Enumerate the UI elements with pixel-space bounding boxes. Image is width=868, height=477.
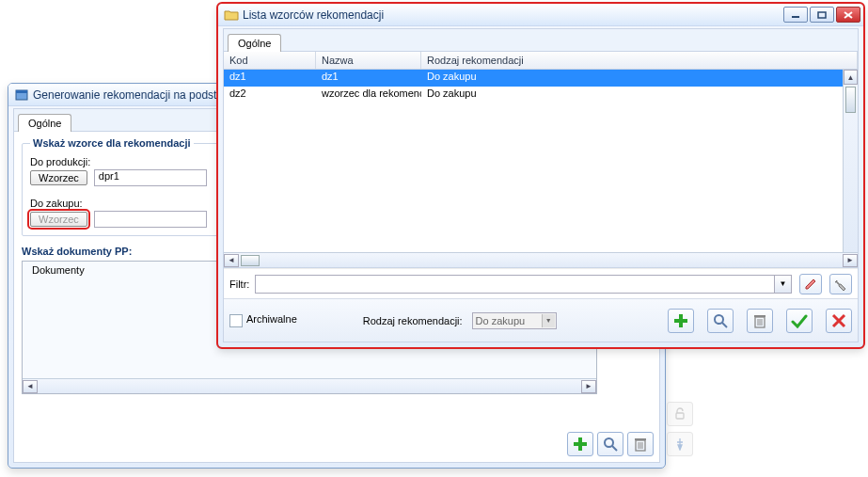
svg-point-4: [605, 438, 613, 447]
recom-label: Rodzaj rekomendacji:: [363, 315, 463, 326]
scroll-up-icon[interactable]: ▲: [844, 70, 858, 85]
filter-label: Filtr:: [229, 278, 249, 290]
recom-type-value: Do zakupu: [476, 315, 526, 326]
pin-button: [667, 432, 693, 456]
svg-rect-17: [674, 319, 687, 323]
filter-bar: Filtr: ▼: [224, 268, 858, 298]
window-pattern-list: Lista wzorców rekomendacji Ogólne Kod Na…: [217, 3, 864, 348]
pattern-grid: Kod Nazwa Rodzaj rekomendacji dz1 dz1 Do…: [224, 52, 858, 268]
wzorzec-zakup-input[interactable]: [94, 211, 207, 228]
scroll-left-icon[interactable]: ◄: [23, 380, 38, 393]
svg-rect-11: [676, 413, 684, 419]
svg-line-19: [722, 323, 727, 327]
bottom-bar: Archiwalne Rodzaj rekomendacji: Do zakup…: [224, 298, 858, 342]
chevron-down-icon[interactable]: ▼: [774, 276, 791, 293]
archive-checkbox[interactable]: Archiwalne: [229, 313, 297, 326]
svg-line-5: [612, 446, 617, 451]
cell-nazwa: dz1: [316, 70, 421, 87]
fieldset-legend: Wskaż wzorce dla rekomendacji: [30, 137, 194, 149]
col-nazwa[interactable]: Nazwa: [316, 52, 421, 69]
search-button[interactable]: [597, 432, 623, 456]
grid-hscroll[interactable]: ◄ ►: [224, 252, 858, 267]
svg-point-18: [715, 315, 723, 324]
svg-rect-10: [635, 438, 646, 440]
cell-nazwa: wzorzec dla rekomendac: [316, 87, 421, 103]
table-row[interactable]: dz1 dz1 Do zakupu: [224, 70, 858, 87]
grid-header: Kod Nazwa Rodzaj rekomendacji: [224, 52, 858, 70]
window-icon: [14, 87, 29, 103]
table-row[interactable]: dz2 wzorzec dla rekomendac Do zakupu: [224, 87, 858, 103]
scroll-thumb[interactable]: [845, 87, 856, 113]
svg-rect-1: [16, 90, 27, 93]
titlebar[interactable]: Lista wzorców rekomendacji: [218, 4, 863, 26]
search-button[interactable]: [707, 309, 734, 333]
scroll-thumb[interactable]: [241, 255, 260, 266]
add-button[interactable]: [668, 309, 694, 333]
col-rodzaj[interactable]: Rodzaj rekomendacji: [421, 52, 858, 69]
delete-button[interactable]: [627, 432, 654, 456]
cell-kod: dz1: [224, 70, 316, 87]
maximize-button[interactable]: [810, 7, 834, 23]
documents-hscroll[interactable]: ◄ ►: [23, 378, 596, 393]
folder-icon: [224, 8, 239, 23]
wzorzec-zakup-button[interactable]: Wzorzec: [30, 212, 87, 227]
wzorzec-produkcja-button[interactable]: Wzorzec: [30, 170, 87, 185]
cancel-button[interactable]: [826, 309, 852, 333]
confirm-button[interactable]: [786, 309, 813, 333]
scroll-left-icon[interactable]: ◄: [224, 254, 239, 267]
tab-ogolne[interactable]: Ogólne: [18, 114, 71, 132]
wzorzec-produkcja-input[interactable]: dpr1: [94, 169, 207, 186]
close-button[interactable]: [836, 7, 860, 23]
delete-button[interactable]: [747, 309, 773, 333]
grid-vscroll[interactable]: ▲: [843, 70, 858, 252]
side-buttons: [667, 402, 695, 456]
cell-rodzaj: Do zakupu: [421, 87, 858, 103]
documents-toolbar: [563, 432, 654, 456]
col-kod[interactable]: Kod: [224, 52, 316, 69]
chevron-down-icon[interactable]: ▼: [542, 314, 555, 327]
add-button[interactable]: [567, 432, 593, 456]
minimize-button[interactable]: [783, 7, 808, 23]
filter-tool-button[interactable]: [829, 274, 852, 294]
svg-rect-24: [754, 315, 765, 317]
scroll-right-icon[interactable]: ►: [843, 254, 858, 267]
recom-type-combo[interactable]: Do zakupu ▼: [472, 312, 557, 329]
archive-label: Archiwalne: [246, 313, 297, 325]
lock-button: [667, 402, 693, 426]
grid-body[interactable]: dz1 dz1 Do zakupu dz2 wzorzec dla rekome…: [224, 70, 858, 252]
filter-edit-button[interactable]: [799, 274, 822, 294]
scroll-right-icon[interactable]: ►: [581, 380, 596, 393]
cell-kod: dz2: [224, 87, 316, 103]
svg-rect-13: [818, 12, 826, 18]
filter-input[interactable]: ▼: [255, 275, 792, 294]
cell-rodzaj: Do zakupu: [421, 70, 858, 87]
svg-rect-3: [574, 442, 587, 446]
window-title: Lista wzorców rekomendacji: [243, 8, 783, 22]
tab-strip: Ogólne: [224, 29, 858, 52]
tab-ogolne[interactable]: Ogólne: [228, 34, 281, 52]
